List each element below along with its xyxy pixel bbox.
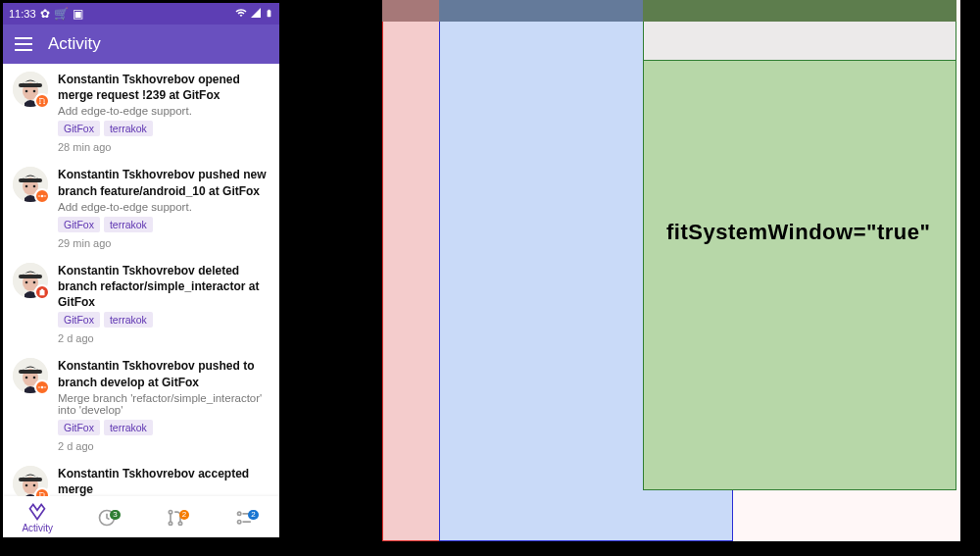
toolbar: Activity <box>3 25 279 64</box>
feed-item-time: 29 min ago <box>58 235 270 249</box>
svg-point-5 <box>39 98 41 100</box>
diagram-green-toolbar <box>643 22 956 61</box>
svg-point-7 <box>43 103 45 105</box>
nav-todo[interactable]: 3 <box>73 508 142 528</box>
feed-item-tags: GitFoxterrakok <box>58 312 270 328</box>
feed-item-title: Konstantin Tskhovrebov accepted merge <box>58 466 270 496</box>
nav-mr[interactable]: 2 <box>141 508 211 528</box>
svg-point-30 <box>39 491 41 493</box>
feed-item-tags: GitFoxterrakok <box>58 121 270 136</box>
feed-item-body: Konstantin Tskhovrebov pushed new branch… <box>58 167 270 248</box>
fox-icon <box>27 502 47 522</box>
feed-item-tags: GitFoxterrakok <box>58 420 270 435</box>
svg-rect-2 <box>19 83 42 87</box>
svg-point-29 <box>33 483 36 486</box>
feed-item-desc: Add edge-to-edge support. <box>58 201 270 213</box>
nav-activity[interactable]: Activity <box>3 502 73 533</box>
feed-item-desc: Add edge-to-edge support. <box>58 105 270 117</box>
battery-icon <box>265 7 273 22</box>
tag[interactable]: terrakok <box>104 121 153 136</box>
svg-point-22 <box>25 377 28 379</box>
signal-icon <box>250 7 262 21</box>
diagram-red-statusbar <box>382 0 441 22</box>
nav-pipeline[interactable]: 2 <box>211 508 280 528</box>
event-badge-icon <box>34 487 50 496</box>
feed-item[interactable]: Konstantin Tskhovrebov deleted branch re… <box>3 255 279 351</box>
avatar[interactable] <box>13 263 48 298</box>
avatar[interactable] <box>13 167 48 202</box>
feed-item[interactable]: Konstantin Tskhovrebov accepted merge <box>3 458 279 496</box>
svg-point-28 <box>25 483 28 486</box>
diagram-layer-red <box>382 0 441 541</box>
status-bar: 11:33 ✿ 🛒 ▣ <box>3 3 279 25</box>
svg-point-17 <box>25 280 28 283</box>
status-time: 11:33 <box>9 8 36 20</box>
svg-point-36 <box>179 522 182 525</box>
phone-frame: 11:33 ✿ 🛒 ▣ Activity <box>3 3 279 537</box>
feed-item-title: Konstantin Tskhovrebov pushed to branch … <box>58 358 270 389</box>
avatar[interactable] <box>13 358 48 393</box>
avatar[interactable] <box>13 72 48 107</box>
svg-rect-27 <box>19 478 42 481</box>
diagram-layer-green <box>643 0 956 490</box>
feed-item-tags: GitFoxterrakok <box>58 217 270 232</box>
nav-pipeline-badge: 2 <box>248 510 258 520</box>
diagram: fitSystemWindow="true" <box>382 0 960 541</box>
nav-activity-label: Activity <box>22 523 53 533</box>
svg-rect-16 <box>19 275 42 278</box>
feed-item-body: Konstantin Tskhovrebov opened merge requ… <box>58 72 270 153</box>
event-badge-icon <box>34 379 50 395</box>
svg-point-3 <box>25 90 28 93</box>
feed-item-time: 2 d ago <box>58 438 270 452</box>
svg-point-38 <box>237 520 240 523</box>
page-title: Activity <box>48 34 101 54</box>
avatar[interactable] <box>13 466 48 496</box>
feed-item-title: Konstantin Tskhovrebov deleted branch re… <box>58 263 270 311</box>
feed-item-body: Konstantin Tskhovrebov accepted merge <box>58 466 270 496</box>
svg-point-6 <box>39 103 41 105</box>
feed-item-title: Konstantin Tskhovrebov opened merge requ… <box>58 72 270 103</box>
tag[interactable]: GitFox <box>58 420 100 435</box>
feed-item-title: Konstantin Tskhovrebov pushed new branch… <box>58 167 270 198</box>
svg-point-4 <box>33 90 36 93</box>
feed-item[interactable]: Konstantin Tskhovrebov pushed to branch … <box>3 350 279 457</box>
tag[interactable]: GitFox <box>58 312 100 328</box>
diagram-green-statusbar <box>643 0 956 22</box>
event-badge-icon <box>34 188 50 204</box>
tag[interactable]: terrakok <box>104 217 153 232</box>
svg-point-37 <box>237 512 240 515</box>
svg-point-18 <box>33 280 36 283</box>
gear-icon: ✿ <box>40 8 50 20</box>
wifi-icon <box>235 7 247 21</box>
feed-item-time: 28 min ago <box>58 139 270 153</box>
svg-point-34 <box>170 510 172 513</box>
svg-point-13 <box>41 195 44 198</box>
feed-list[interactable]: Konstantin Tskhovrebov opened merge requ… <box>3 64 279 496</box>
stop-icon: ▣ <box>73 8 83 20</box>
svg-point-12 <box>33 185 36 188</box>
tag[interactable]: GitFox <box>58 217 100 232</box>
feed-item-body: Konstantin Tskhovrebov deleted branch re… <box>58 263 270 345</box>
nav-mr-badge: 2 <box>179 510 189 520</box>
diagram-label: fitSystemWindow="true" <box>666 220 930 245</box>
event-badge-icon <box>34 284 50 300</box>
bottom-nav: Activity 3 2 2 <box>3 496 279 537</box>
feed-item-body: Konstantin Tskhovrebov pushed to branch … <box>58 358 270 451</box>
event-badge-icon <box>34 93 50 109</box>
tag[interactable]: GitFox <box>58 121 100 136</box>
feed-item-time: 2 d ago <box>58 330 270 344</box>
feed-item-desc: Merge branch 'refactor/simple_interactor… <box>58 392 270 416</box>
svg-rect-21 <box>19 370 42 374</box>
svg-point-24 <box>41 386 44 389</box>
cart-icon: 🛒 <box>54 8 69 20</box>
svg-point-35 <box>170 522 172 525</box>
nav-todo-badge: 3 <box>110 510 120 520</box>
menu-button[interactable] <box>15 37 32 51</box>
svg-point-23 <box>33 377 36 379</box>
feed-item[interactable]: Konstantin Tskhovrebov opened merge requ… <box>3 64 279 159</box>
feed-item[interactable]: Konstantin Tskhovrebov pushed new branch… <box>3 159 279 254</box>
tag[interactable]: terrakok <box>104 312 153 328</box>
tag[interactable]: terrakok <box>104 420 153 435</box>
svg-point-11 <box>25 185 28 188</box>
svg-rect-10 <box>19 178 42 182</box>
